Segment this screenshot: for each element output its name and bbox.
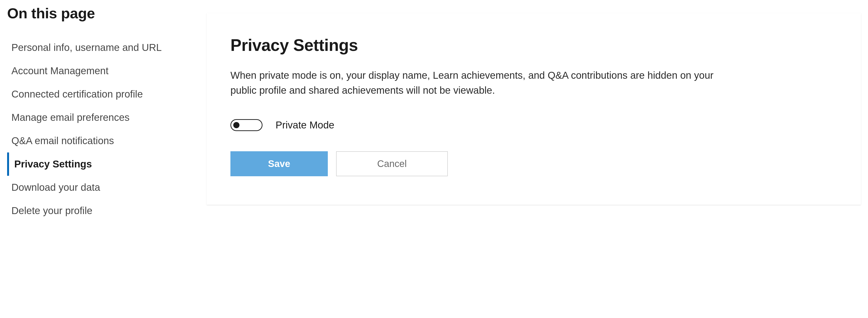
sidebar-nav-list: Personal info, username and URL Account … [7, 36, 197, 222]
sidebar-item-download-data[interactable]: Download your data [7, 176, 197, 199]
on-this-page-sidebar: On this page Personal info, username and… [7, 5, 207, 313]
sidebar-item-delete-profile[interactable]: Delete your profile [7, 199, 197, 222]
button-row: Save Cancel [230, 151, 837, 176]
sidebar-item-qa-email[interactable]: Q&A email notifications [7, 129, 197, 152]
sidebar-item-account-management[interactable]: Account Management [7, 59, 197, 83]
private-mode-toggle[interactable] [230, 119, 262, 131]
private-mode-row: Private Mode [230, 119, 837, 131]
settings-panel: Privacy Settings When private mode is on… [207, 13, 861, 205]
save-button[interactable]: Save [230, 151, 328, 176]
sidebar-title: On this page [7, 5, 197, 22]
sidebar-item-privacy-settings[interactable]: Privacy Settings [7, 152, 197, 176]
sidebar-item-personal-info[interactable]: Personal info, username and URL [7, 36, 197, 59]
private-mode-label: Private Mode [276, 119, 334, 131]
panel-description: When private mode is on, your display na… [230, 68, 729, 98]
sidebar-item-manage-email[interactable]: Manage email preferences [7, 106, 197, 129]
cancel-button[interactable]: Cancel [336, 151, 448, 176]
panel-title: Privacy Settings [230, 36, 837, 55]
toggle-knob [233, 122, 240, 128]
sidebar-item-connected-certification[interactable]: Connected certification profile [7, 83, 197, 106]
